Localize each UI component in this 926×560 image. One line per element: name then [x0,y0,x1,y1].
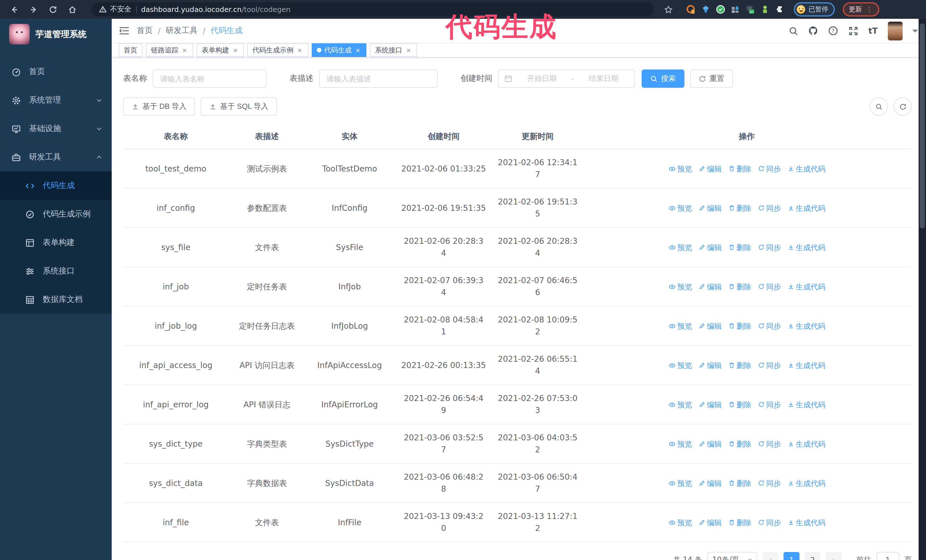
generate-code-link[interactable]: 生成代码 [787,281,825,293]
browser-update-button[interactable]: 更新 ⋮ [843,2,879,17]
import-sql-button[interactable]: 基于 SQL 导入 [201,97,277,116]
page-button-2[interactable]: 2 [805,552,820,560]
preview-link[interactable]: 预览 [668,359,692,371]
bookmark-star-icon[interactable] [660,2,677,17]
tab-tracing[interactable]: 链路追踪× [146,43,193,57]
extensions-puzzle-icon[interactable] [775,5,785,14]
preview-link[interactable]: 预览 [668,241,692,253]
delete-link[interactable]: 删除 [728,202,751,214]
generate-code-link[interactable]: 生成代码 [787,477,825,489]
browser-reload-icon[interactable] [44,2,62,17]
page-size-select[interactable]: 10条/页 [707,552,757,560]
sync-link[interactable]: 同步 [758,241,781,253]
edit-link[interactable]: 编辑 [698,241,722,253]
edit-link[interactable]: 编辑 [698,477,722,489]
generate-code-link[interactable]: 生成代码 [787,359,825,371]
table-name-input[interactable] [153,69,267,88]
sidebar-item-codegen-demo[interactable]: 代码生成示例 [0,200,112,228]
close-icon[interactable]: × [232,47,239,54]
sync-link[interactable]: 同步 [758,202,781,214]
browser-menu-dots-icon[interactable]: ⋮ [866,6,873,12]
sidebar-item-form-builder[interactable]: 表单构建 [0,228,112,257]
fullscreen-icon[interactable] [848,26,858,36]
sidebar-item-infra[interactable]: 基础设施 [0,115,112,143]
page-button-1[interactable]: 1 [784,552,799,560]
sidebar-item-system-api[interactable]: 系统接口 [0,257,112,285]
user-avatar[interactable] [888,21,903,40]
goto-page-input[interactable] [876,552,899,560]
sidebar-item-codegen[interactable]: 代码生成 [0,172,112,200]
generate-code-link[interactable]: 生成代码 [787,516,825,528]
delete-link[interactable]: 删除 [728,241,751,253]
help-icon[interactable]: ? [828,26,838,36]
edit-link[interactable]: 编辑 [698,281,722,293]
browser-forward-icon[interactable] [25,2,42,17]
browser-back-icon[interactable] [6,2,23,17]
breadcrumb-devtools[interactable]: 研发工具 [165,26,197,36]
delete-link[interactable]: 删除 [728,516,751,528]
font-size-icon[interactable]: tT [868,26,878,36]
browser-profile-badge[interactable]: 已暂停 [794,2,835,17]
next-page-button[interactable]: › [826,552,842,560]
sidebar-logo-row[interactable]: 芋道管理系统 [0,19,112,50]
delete-link[interactable]: 删除 [728,398,751,411]
search-button[interactable]: 搜索 [642,69,684,88]
preview-link[interactable]: 预览 [668,477,692,489]
close-icon[interactable]: × [296,47,303,54]
sync-link[interactable]: 同步 [758,398,781,411]
browser-home-icon[interactable] [64,2,81,17]
edit-link[interactable]: 编辑 [698,438,722,450]
delete-link[interactable]: 删除 [728,281,751,293]
generate-code-link[interactable]: 生成代码 [787,398,825,411]
ext-gem-icon[interactable] [701,5,711,14]
delete-link[interactable]: 删除 [728,438,751,450]
prev-page-button[interactable]: ‹ [763,552,778,560]
delete-link[interactable]: 删除 [728,163,751,175]
generate-code-link[interactable]: 生成代码 [787,320,825,332]
github-icon[interactable] [808,26,818,36]
edit-link[interactable]: 编辑 [698,398,722,411]
preview-link[interactable]: 预览 [668,320,692,332]
preview-link[interactable]: 预览 [668,398,692,411]
ext-robot-icon[interactable] [760,5,770,14]
header-search-icon[interactable] [788,26,798,36]
preview-link[interactable]: 预览 [668,281,692,293]
scrollbar-thumb[interactable] [920,23,925,228]
table-desc-input[interactable] [319,69,438,88]
sidebar-item-system[interactable]: 系统管理 [0,86,112,115]
ext-grid-drop-icon[interactable] [731,5,740,14]
preview-link[interactable]: 预览 [668,438,692,450]
generate-code-link[interactable]: 生成代码 [787,241,825,253]
user-menu-caret-icon[interactable] [912,29,918,35]
sidebar-toggle-icon[interactable] [112,19,137,43]
tab-codegen-demo[interactable]: 代码生成示例× [247,43,308,57]
sync-link[interactable]: 同步 [758,516,781,528]
edit-link[interactable]: 编辑 [698,516,722,528]
sync-link[interactable]: 同步 [758,320,781,332]
ext-fehelper-icon[interactable] [686,5,696,14]
security-warning[interactable]: 不安全 [99,5,132,14]
close-icon[interactable]: × [181,47,188,54]
sync-link[interactable]: 同步 [758,281,781,293]
generate-code-link[interactable]: 生成代码 [787,163,825,175]
import-db-button[interactable]: 基于 DB 导入 [123,97,195,116]
close-icon[interactable]: × [354,47,361,54]
edit-link[interactable]: 编辑 [698,320,722,332]
address-bar[interactable]: 不安全 dashboard.yudao.iocoder.cn/tool/code… [91,2,654,17]
sidebar-item-devtools[interactable]: 研发工具 [0,143,112,172]
edit-link[interactable]: 编辑 [698,163,722,175]
url-text[interactable]: dashboard.yudao.iocoder.cn/tool/codegen [141,5,291,14]
delete-link[interactable]: 删除 [728,359,751,371]
ext-check-circle-icon[interactable] [716,5,725,14]
sync-link[interactable]: 同步 [758,438,781,450]
tab-system-api[interactable]: 系统接口× [370,43,417,57]
sync-link[interactable]: 同步 [758,163,781,175]
preview-link[interactable]: 预览 [668,163,692,175]
breadcrumb-home[interactable]: 首页 [137,26,153,36]
delete-link[interactable]: 删除 [728,320,751,332]
tab-codegen[interactable]: 代码生成× [312,43,366,57]
sync-link[interactable]: 同步 [758,477,781,489]
sync-link[interactable]: 同步 [758,359,781,371]
preview-link[interactable]: 预览 [668,516,692,528]
date-range-picker[interactable]: 开始日期 - 结束日期 [498,69,635,88]
